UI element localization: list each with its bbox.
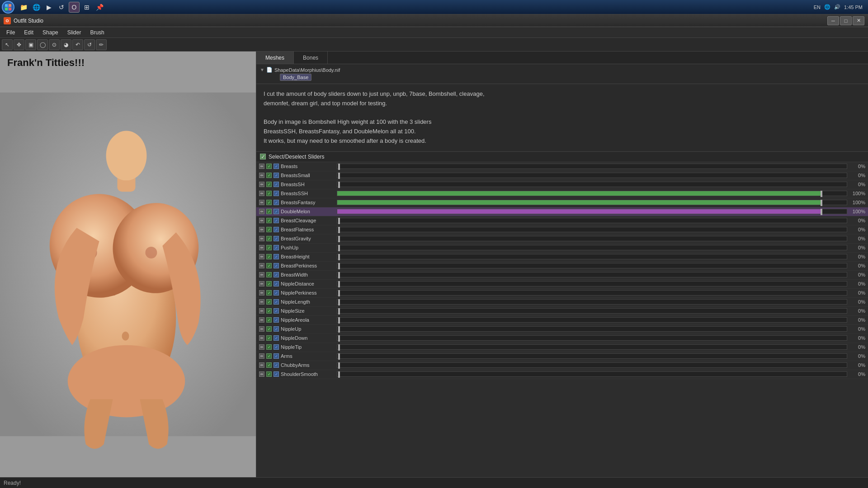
slider-check2[interactable]: ✓ — [274, 200, 279, 205]
slider-check2[interactable]: ✓ — [274, 173, 279, 178]
slider-check2[interactable]: ✓ — [274, 353, 279, 359]
slider-track[interactable] — [337, 326, 847, 332]
tool-brush[interactable]: ◕ — [61, 39, 71, 50]
refresh-icon[interactable]: ↺ — [56, 2, 67, 13]
slider-track[interactable] — [337, 209, 847, 214]
slider-track[interactable] — [337, 173, 847, 178]
slider-track[interactable] — [337, 371, 847, 377]
slider-track[interactable] — [337, 164, 847, 169]
tool-cursor[interactable]: ↖ — [2, 39, 13, 50]
menu-slider[interactable]: Slider — [63, 28, 86, 37]
tool-box-select[interactable]: ▣ — [25, 39, 36, 50]
slider-track[interactable] — [337, 191, 847, 196]
tree-selected-shape[interactable]: Body_Base — [280, 74, 311, 81]
slider-check1[interactable]: ✓ — [266, 200, 272, 205]
slider-check1[interactable]: ✓ — [266, 326, 272, 332]
slider-check1[interactable]: ✓ — [266, 371, 272, 377]
pin-icon[interactable]: 📌 — [94, 2, 105, 13]
slider-check2[interactable]: ✓ — [274, 299, 279, 305]
slider-icon1[interactable]: ✏ — [259, 173, 264, 178]
tree-expand-icon[interactable]: ▼ — [260, 67, 264, 72]
slider-check1[interactable]: ✓ — [266, 299, 272, 305]
slider-track[interactable] — [337, 236, 847, 241]
start-button[interactable] — [2, 1, 14, 14]
slider-handle[interactable] — [338, 335, 340, 342]
slider-handle[interactable] — [821, 191, 822, 197]
slider-track[interactable] — [337, 218, 847, 223]
menu-brush[interactable]: Brush — [85, 28, 108, 37]
slider-handle[interactable] — [338, 164, 340, 170]
close-button[interactable]: ✕ — [853, 16, 864, 25]
media-icon[interactable]: ▶ — [43, 2, 54, 13]
slider-handle[interactable] — [338, 218, 340, 224]
minimize-button[interactable]: ─ — [827, 16, 839, 25]
slider-track[interactable] — [337, 263, 847, 268]
slider-icon1[interactable]: ✏ — [259, 164, 264, 169]
slider-handle[interactable] — [338, 299, 340, 305]
slider-check2[interactable]: ✓ — [274, 335, 279, 341]
slider-handle[interactable] — [338, 245, 340, 251]
slider-check1[interactable]: ✓ — [266, 218, 272, 223]
slider-check1[interactable]: ✓ — [266, 290, 272, 296]
slider-icon1[interactable]: ✏ — [259, 326, 264, 332]
slider-check2[interactable]: ✓ — [274, 326, 279, 332]
slider-handle[interactable] — [338, 344, 340, 351]
slider-check1[interactable]: ✓ — [266, 182, 272, 187]
slider-check1[interactable]: ✓ — [266, 227, 272, 232]
slider-handle[interactable] — [338, 281, 340, 287]
slider-handle[interactable] — [338, 308, 340, 314]
slider-track[interactable] — [337, 200, 847, 205]
slider-icon1[interactable]: ✏ — [259, 353, 264, 359]
slider-check1[interactable]: ✓ — [266, 281, 272, 286]
slider-icon1[interactable]: ✏ — [259, 299, 264, 305]
slider-handle[interactable] — [338, 362, 340, 369]
slider-icon1[interactable]: ✏ — [259, 218, 264, 223]
slider-track[interactable] — [337, 281, 847, 286]
slider-track[interactable] — [337, 362, 847, 368]
slider-check1[interactable]: ✓ — [266, 308, 272, 314]
slider-check2[interactable]: ✓ — [274, 308, 279, 314]
slider-icon1[interactable]: ✏ — [259, 281, 264, 286]
slider-handle[interactable] — [338, 371, 340, 378]
slider-icon1[interactable]: ✏ — [259, 254, 264, 259]
slider-check1[interactable]: ✓ — [266, 191, 272, 196]
slider-check2[interactable]: ✓ — [274, 371, 279, 377]
slider-check1[interactable]: ✓ — [266, 263, 272, 268]
slider-check2[interactable]: ✓ — [274, 227, 279, 232]
slider-check2[interactable]: ✓ — [274, 317, 279, 323]
slider-check2[interactable]: ✓ — [274, 209, 279, 214]
slider-track[interactable] — [337, 290, 847, 296]
tool-smooth[interactable]: ↶ — [72, 39, 83, 50]
slider-handle[interactable] — [338, 263, 340, 269]
tool-circle-select[interactable]: ◯ — [37, 39, 48, 50]
slider-check1[interactable]: ✓ — [266, 236, 272, 241]
slider-check1[interactable]: ✓ — [266, 317, 272, 323]
slider-icon1[interactable]: ✏ — [259, 344, 264, 350]
slider-handle[interactable] — [338, 326, 340, 333]
slider-check2[interactable]: ✓ — [274, 263, 279, 268]
slider-track[interactable] — [337, 344, 847, 350]
slider-check2[interactable]: ✓ — [274, 362, 279, 368]
slider-icon1[interactable]: ✏ — [259, 308, 264, 314]
select-all-checkbox[interactable]: ✓ — [260, 154, 266, 160]
slider-handle[interactable] — [338, 290, 340, 296]
tab-meshes[interactable]: Meshes — [256, 52, 294, 64]
slider-icon1[interactable]: ✏ — [259, 200, 264, 205]
slider-icon1[interactable]: ✏ — [259, 335, 264, 341]
slider-track[interactable] — [337, 245, 847, 250]
menu-file[interactable]: File — [2, 28, 19, 37]
slider-check2[interactable]: ✓ — [274, 164, 279, 169]
slider-check2[interactable]: ✓ — [274, 281, 279, 286]
slider-track[interactable] — [337, 254, 847, 259]
slider-check2[interactable]: ✓ — [274, 272, 279, 277]
slider-check1[interactable]: ✓ — [266, 362, 272, 368]
slider-track[interactable] — [337, 272, 847, 277]
slider-icon1[interactable]: ✏ — [259, 263, 264, 268]
slider-handle[interactable] — [338, 272, 340, 278]
slider-check1[interactable]: ✓ — [266, 353, 272, 359]
slider-check2[interactable]: ✓ — [274, 191, 279, 196]
slider-icon1[interactable]: ✏ — [259, 245, 264, 250]
slider-track[interactable] — [337, 353, 847, 359]
slider-track[interactable] — [337, 317, 847, 323]
slider-handle[interactable] — [338, 353, 340, 360]
